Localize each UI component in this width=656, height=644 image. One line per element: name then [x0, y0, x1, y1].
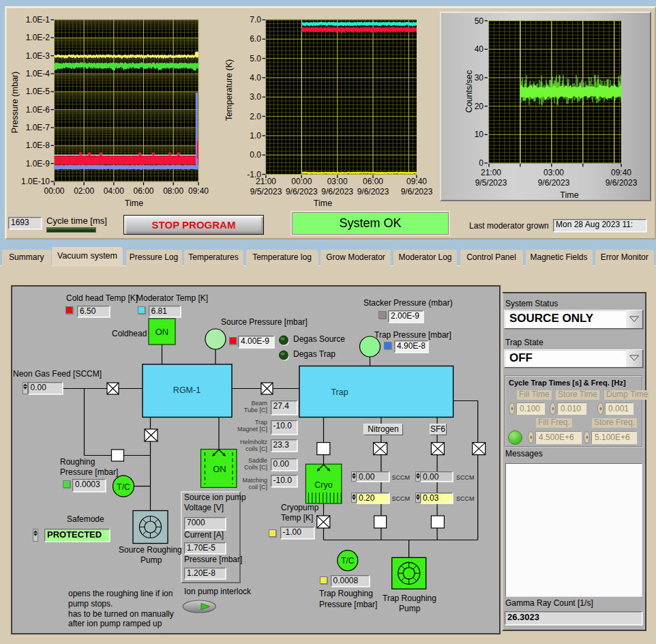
- svg-text:9/5/2023: 9/5/2023: [475, 178, 507, 188]
- svg-text:1.0E-9: 1.0E-9: [26, 159, 50, 169]
- svg-text:03:00: 03:00: [327, 177, 348, 186]
- svg-text:06:00: 06:00: [363, 177, 383, 186]
- svg-text:9/6/2023: 9/6/2023: [401, 187, 433, 196]
- svg-text:03:00: 03:00: [543, 168, 564, 177]
- svg-text:Temperature (K): Temperature (K): [224, 59, 234, 121]
- svg-text:Time: Time: [314, 199, 332, 208]
- svg-text:1.0E-8: 1.0E-8: [26, 141, 50, 150]
- svg-text:1.0E-3: 1.0E-3: [26, 51, 50, 61]
- svg-text:09:40: 09:40: [611, 168, 631, 177]
- svg-text:1.0E-1: 1.0E-1: [26, 15, 50, 25]
- svg-text:21:00: 21:00: [481, 168, 501, 177]
- svg-text:06:00: 06:00: [133, 186, 153, 196]
- svg-text:1.0E-5: 1.0E-5: [26, 87, 50, 96]
- svg-text:08:00: 08:00: [163, 186, 183, 196]
- svg-text:1.0E-2: 1.0E-2: [26, 33, 50, 42]
- svg-text:ON: ON: [155, 327, 169, 337]
- svg-text:09:40: 09:40: [188, 186, 209, 196]
- svg-text:Pressure (mbar): Pressure (mbar): [10, 72, 20, 133]
- svg-text:40: 40: [475, 44, 484, 54]
- svg-text:00:00: 00:00: [291, 177, 312, 186]
- svg-text:09:40: 09:40: [406, 177, 427, 186]
- svg-text:50: 50: [475, 16, 484, 26]
- svg-text:6.0: 6.0: [250, 34, 261, 44]
- svg-text:0: 0: [479, 158, 483, 168]
- svg-text:0.0: 0.0: [250, 150, 261, 160]
- svg-text:1.0E-6: 1.0E-6: [26, 105, 50, 115]
- svg-text:Time: Time: [125, 199, 143, 208]
- svg-text:1.0E-4: 1.0E-4: [26, 69, 50, 78]
- svg-text:9/6/2023: 9/6/2023: [357, 187, 389, 196]
- svg-text:Time: Time: [560, 190, 578, 200]
- svg-text:Trap: Trap: [331, 387, 348, 397]
- svg-text:9/5/2023: 9/5/2023: [250, 187, 282, 196]
- svg-text:9/6/2023: 9/6/2023: [606, 178, 638, 188]
- svg-text:04:00: 04:00: [104, 186, 124, 196]
- svg-text:9/6/2023: 9/6/2023: [286, 187, 318, 196]
- svg-text:21:00: 21:00: [256, 177, 276, 186]
- svg-text:5.0: 5.0: [250, 54, 261, 63]
- svg-text:T/C: T/C: [341, 556, 355, 566]
- svg-text:9/6/2023: 9/6/2023: [538, 178, 570, 188]
- svg-text:02:00: 02:00: [74, 186, 94, 196]
- svg-text:1.0E-10: 1.0E-10: [21, 177, 50, 186]
- svg-text:1.0E-7: 1.0E-7: [26, 123, 50, 132]
- svg-text:7.0: 7.0: [250, 15, 261, 25]
- svg-text:10: 10: [475, 130, 484, 139]
- svg-text:9/6/2023: 9/6/2023: [321, 187, 353, 196]
- svg-text:30: 30: [475, 73, 484, 83]
- svg-text:T/C: T/C: [117, 482, 130, 492]
- svg-text:20: 20: [475, 102, 484, 111]
- svg-text:RGM-1: RGM-1: [173, 385, 200, 395]
- svg-text:Counts/sec: Counts/sec: [464, 70, 474, 113]
- svg-text:4.0: 4.0: [250, 73, 261, 83]
- svg-text:3.0: 3.0: [250, 92, 261, 102]
- svg-text:00:00: 00:00: [44, 186, 64, 196]
- svg-text:1.0: 1.0: [250, 131, 261, 141]
- svg-text:Cryo: Cryo: [314, 480, 332, 490]
- svg-text:2.0: 2.0: [250, 112, 261, 121]
